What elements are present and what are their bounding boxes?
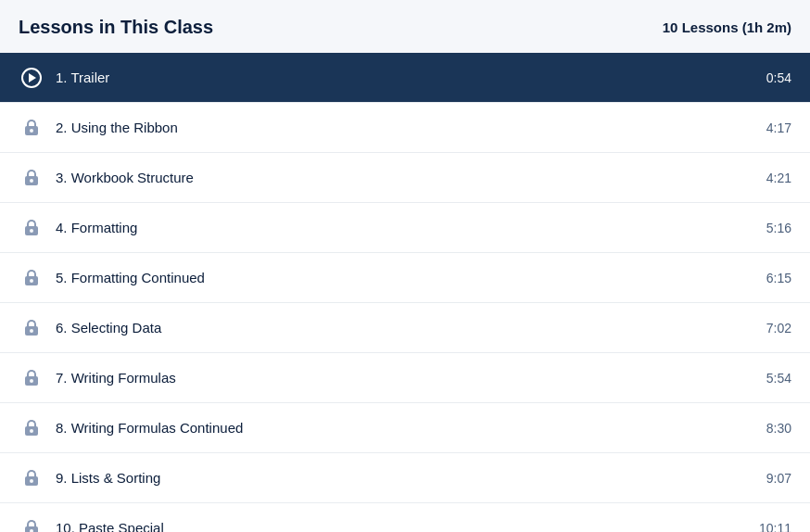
lesson-title: 6. Selecting Data (56, 320, 766, 336)
page-title: Lessons in This Class (19, 17, 213, 38)
lesson-item[interactable]: 8. Writing Formulas Continued8:30 (0, 403, 810, 453)
lesson-title: 2. Using the Ribbon (56, 120, 766, 135)
lock-icon (19, 420, 44, 436)
lesson-item[interactable]: 1. Trailer0:54 (0, 53, 810, 103)
lesson-duration: 5:16 (766, 221, 791, 235)
lock-icon (19, 220, 44, 235)
lesson-title: 8. Writing Formulas Continued (56, 420, 766, 436)
lesson-item[interactable]: 10. Paste Special10:11 (0, 503, 810, 532)
lesson-item[interactable]: 2. Using the Ribbon4:17 (0, 103, 810, 153)
lock-icon (19, 270, 44, 285)
lesson-duration: 9:07 (766, 471, 791, 486)
lesson-title: 4. Formatting (56, 220, 766, 235)
lock-icon (19, 120, 44, 135)
lesson-item[interactable]: 6. Selecting Data7:02 (0, 303, 810, 353)
lesson-item[interactable]: 3. Workbook Structure4:21 (0, 153, 810, 203)
lesson-item[interactable]: 4. Formatting5:16 (0, 203, 810, 253)
lock-icon (19, 520, 44, 532)
lesson-item[interactable]: 9. Lists & Sorting9:07 (0, 453, 810, 503)
lesson-duration: 8:30 (766, 421, 791, 436)
lesson-title: 5. Formatting Continued (56, 270, 766, 285)
lesson-title: 3. Workbook Structure (56, 170, 766, 185)
lesson-title: 1. Trailer (56, 70, 766, 85)
lesson-duration: 7:02 (766, 321, 791, 336)
lesson-duration: 4:17 (766, 120, 791, 135)
lessons-meta: 10 Lessons (1h 2m) (663, 19, 791, 35)
lesson-duration: 0:54 (766, 70, 791, 85)
lesson-list: 1. Trailer0:542. Using the Ribbon4:173. … (0, 53, 810, 532)
lesson-title: 10. Paste Special (56, 520, 759, 532)
page-header: Lessons in This Class 10 Lessons (1h 2m) (0, 0, 810, 53)
lock-icon (19, 320, 44, 336)
lesson-item[interactable]: 5. Formatting Continued6:15 (0, 253, 810, 303)
lesson-duration: 10:11 (759, 521, 791, 533)
lock-icon (19, 470, 44, 486)
lesson-duration: 6:15 (766, 271, 791, 285)
play-icon (19, 68, 44, 88)
lesson-duration: 5:54 (766, 371, 791, 386)
lesson-title: 9. Lists & Sorting (56, 470, 766, 486)
lesson-item[interactable]: 7. Writing Formulas5:54 (0, 353, 810, 403)
lesson-title: 7. Writing Formulas (56, 370, 766, 386)
lock-icon (19, 370, 44, 386)
lesson-duration: 4:21 (766, 171, 791, 185)
lock-icon (19, 170, 44, 185)
